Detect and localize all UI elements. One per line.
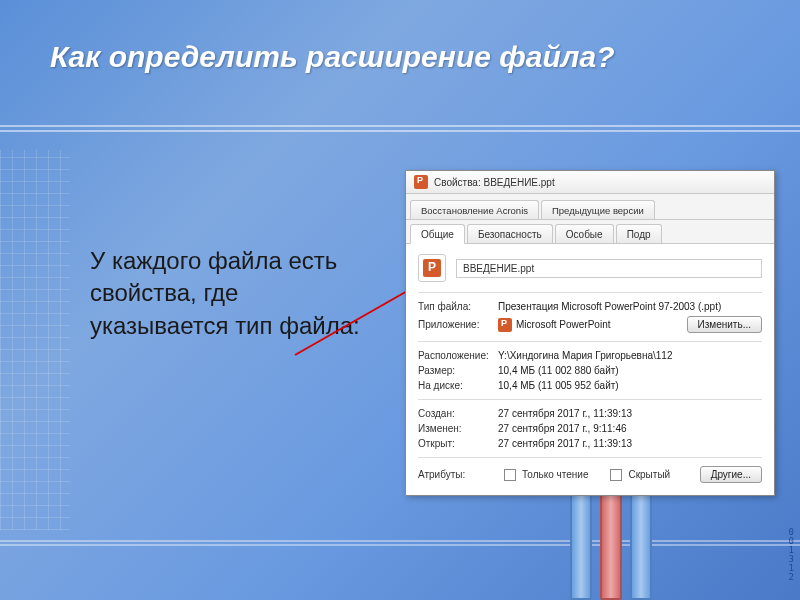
value-application: Microsoft PowerPoint [498, 318, 687, 332]
decorative-tube [630, 480, 652, 600]
readonly-label: Только чтение [522, 469, 588, 480]
file-type-icon [418, 254, 446, 282]
label-created: Создан: [418, 408, 498, 419]
dialog-body: ВВЕДЕНИЕ.ppt Тип файла: Презентация Micr… [406, 244, 774, 495]
label-modified: Изменен: [418, 423, 498, 434]
tab-security[interactable]: Безопасность [467, 224, 553, 243]
decorative-grid [0, 150, 70, 530]
tab-general[interactable]: Общие [410, 224, 465, 244]
label-location: Расположение: [418, 350, 498, 361]
value-size-on-disk: 10,4 МБ (11 005 952 байт) [498, 380, 762, 391]
hidden-label: Скрытый [628, 469, 670, 480]
label-size: Размер: [418, 365, 498, 376]
tab-details[interactable]: Подр [616, 224, 662, 243]
label-attributes: Атрибуты: [418, 469, 498, 480]
label-opened: Открыт: [418, 438, 498, 449]
value-location: Y:\Хиндогина Мария Григорьевна\112 [498, 350, 762, 361]
value-created: 27 сентября 2017 г., 11:39:13 [498, 408, 762, 419]
powerpoint-icon [498, 318, 512, 332]
change-button[interactable]: Изменить... [687, 316, 762, 333]
value-size: 10,4 МБ (11 002 880 байт) [498, 365, 762, 376]
tab-previous-versions[interactable]: Предыдущие версии [541, 200, 655, 219]
other-attributes-button[interactable]: Другие... [700, 466, 762, 483]
tabs-lower-row: Общие Безопасность Особые Подр [406, 220, 774, 244]
value-file-type: Презентация Microsoft PowerPoint 97-2003… [498, 301, 762, 312]
dialog-title: Свойства: ВВЕДЕНИЕ.ppt [434, 177, 555, 188]
value-opened: 27 сентября 2017 г., 11:39:13 [498, 438, 762, 449]
decorative-digits: 0 0 1 3 1 2 [789, 528, 794, 582]
filename-field[interactable]: ВВЕДЕНИЕ.ppt [456, 259, 762, 278]
application-name: Microsoft PowerPoint [516, 318, 610, 329]
dialog-titlebar[interactable]: Свойства: ВВЕДЕНИЕ.ppt [406, 171, 774, 194]
slide-body-text: У каждого файла есть свойства, где указы… [90, 245, 370, 342]
tab-special[interactable]: Особые [555, 224, 614, 243]
label-size-on-disk: На диске: [418, 380, 498, 391]
value-modified: 27 сентября 2017 г., 9:11:46 [498, 423, 762, 434]
powerpoint-icon [414, 175, 428, 189]
hidden-checkbox[interactable] [610, 469, 622, 481]
label-application: Приложение: [418, 319, 498, 330]
slide-title: Как определить расширение файла? [50, 40, 750, 74]
label-file-type: Тип файла: [418, 301, 498, 312]
tabs-upper-row: Восстановление Acronis Предыдущие версии [406, 194, 774, 220]
properties-dialog: Свойства: ВВЕДЕНИЕ.ppt Восстановление Ac… [405, 170, 775, 496]
readonly-checkbox[interactable] [504, 469, 516, 481]
tab-acronis-recovery[interactable]: Восстановление Acronis [410, 200, 539, 219]
